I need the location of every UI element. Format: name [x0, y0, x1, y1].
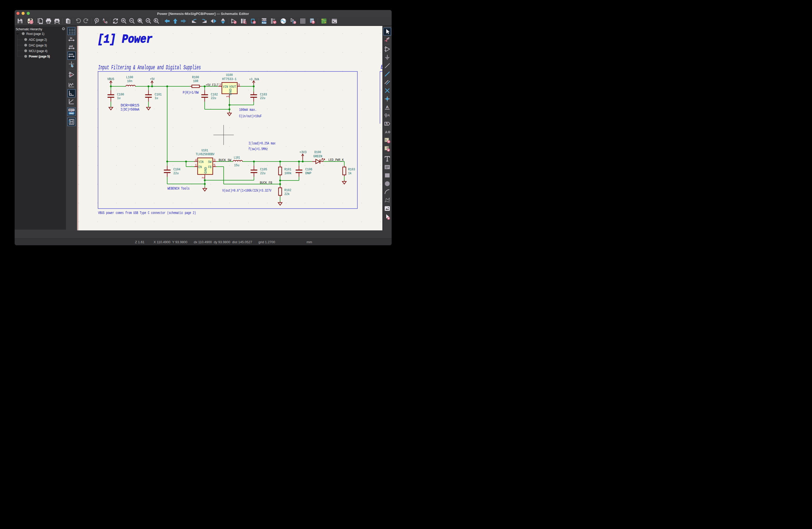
svg-text:I(load)=0.25A max: I(load)=0.25A max: [249, 141, 276, 145]
svg-text:SW: SW: [208, 160, 212, 164]
svg-text:A: A: [386, 105, 389, 109]
svg-text:1k: 1k: [348, 171, 352, 175]
svg-text:C100: C100: [117, 92, 124, 96]
svg-text:22u: 22u: [260, 96, 265, 100]
svg-text:mil: mil: [69, 45, 73, 48]
svg-text:mm: mm: [69, 53, 73, 56]
svg-text:22u: 22u: [211, 96, 216, 100]
svg-text:R102: R102: [284, 188, 291, 192]
svg-text:1: 1: [195, 163, 197, 167]
svg-text:R100: R100: [192, 75, 199, 79]
svg-text:10R: 10R: [193, 79, 198, 83]
svg-text:VOUT: VOUT: [229, 85, 236, 89]
svg-text:C103: C103: [260, 92, 267, 96]
svg-text:A: A: [96, 19, 98, 22]
svg-text:DCR=0R15: DCR=0R15: [121, 103, 139, 107]
svg-text:L101: L101: [234, 156, 240, 160]
svg-text:C106: C106: [305, 167, 313, 171]
svg-text:DAC (page 3): DAC (page 3): [29, 44, 47, 47]
svg-text:GND: GND: [204, 167, 208, 174]
svg-text:R101: R101: [284, 167, 291, 171]
svg-text:R103: R103: [348, 167, 355, 171]
svg-text:VIN: VIN: [198, 160, 204, 164]
svg-text:Root (page 1): Root (page 1): [26, 32, 44, 36]
svg-text:DNP: DNP: [305, 171, 311, 175]
svg-text:22u: 22u: [173, 171, 179, 175]
svg-text:A: A: [103, 18, 105, 21]
svg-text:GND: GND: [229, 89, 233, 95]
svg-text:P(R)>1/8W: P(R)>1/8W: [183, 90, 199, 94]
svg-text:3: 3: [238, 83, 240, 87]
svg-text:L100: L100: [126, 75, 133, 79]
svg-text:V(out)=0.6*(1+100k/22k)=3.327V: V(out)=0.6*(1+100k/22k)=3.327V: [222, 188, 272, 192]
svg-text:MCU (page 4): MCU (page 4): [29, 49, 47, 53]
svg-text:R42: R42: [262, 21, 266, 24]
svg-text:BUCK_SW: BUCK_SW: [219, 158, 231, 162]
svg-text:15u: 15u: [234, 163, 240, 167]
svg-text:10n: 10n: [127, 79, 132, 83]
svg-text:[1] Power: [1] Power: [98, 33, 153, 46]
svg-text:+3V3: +3V3: [300, 150, 307, 154]
svg-text:A: A: [385, 130, 388, 134]
svg-text:R??: R??: [69, 109, 74, 111]
svg-text:Input Filtering & Analogue and: Input Filtering & Analogue and Digital S…: [98, 64, 201, 71]
svg-text:C(in/out)>10uF: C(in/out)>10uF: [239, 114, 262, 118]
svg-text:+5V_FILT: +5V_FILT: [206, 83, 219, 87]
svg-text:U100: U100: [226, 73, 233, 77]
svg-text:D100: D100: [314, 150, 321, 154]
svg-text:C104: C104: [173, 167, 181, 171]
svg-text:TLV62569DBV: TLV62569DBV: [196, 152, 215, 156]
svg-text:3: 3: [214, 158, 216, 162]
svg-text:VBUS: VBUS: [107, 77, 114, 81]
svg-text:bom: bom: [310, 19, 314, 20]
svg-text:22u: 22u: [260, 171, 266, 175]
svg-text:VBUS power comes from USB Type: VBUS power comes from USB Type C connect…: [98, 211, 196, 215]
svg-text:+3.3VA: +3.3VA: [249, 77, 259, 81]
svg-text:EN: EN: [198, 165, 202, 169]
svg-text:HT7533-1: HT7533-1: [222, 77, 237, 81]
svg-text:100mA max.: 100mA max.: [239, 107, 257, 112]
svg-text:WEBENCH Tools: WEBENCH Tools: [168, 187, 190, 191]
svg-text:4: 4: [195, 158, 197, 162]
svg-text:B: B: [105, 21, 107, 24]
svg-text:100k: 100k: [284, 171, 292, 175]
svg-text:LED_PWR_K: LED_PWR_K: [329, 158, 344, 162]
svg-text:Power (page 5): Power (page 5): [29, 55, 50, 58]
svg-text:f(sw)=1.5MHz: f(sw)=1.5MHz: [248, 147, 268, 151]
svg-text:R42: R42: [69, 112, 74, 115]
svg-text:A: A: [386, 122, 388, 126]
svg-text:FB: FB: [208, 165, 212, 169]
svg-text:2: 2: [219, 83, 221, 87]
svg-text:C101: C101: [155, 92, 162, 96]
svg-text:1u: 1u: [155, 96, 158, 100]
svg-text:GREEN: GREEN: [313, 154, 322, 158]
svg-text:in: in: [70, 37, 72, 40]
svg-text:ADC (page 2): ADC (page 2): [29, 38, 47, 42]
svg-text:22k: 22k: [284, 192, 290, 196]
svg-text:C102: C102: [211, 92, 218, 96]
svg-text:R??: R??: [262, 18, 266, 21]
svg-text:5: 5: [214, 163, 216, 167]
svg-text:1u: 1u: [117, 96, 121, 100]
svg-text:B: B: [381, 64, 382, 71]
svg-text:I(DC)=500mA: I(DC)=500mA: [121, 107, 140, 112]
svg-text:1: 1: [226, 95, 230, 98]
svg-text:+5V: +5V: [150, 77, 155, 81]
svg-text:BUCK_FB: BUCK_FB: [260, 181, 272, 185]
svg-text:U101: U101: [201, 148, 208, 152]
svg-text:2: 2: [201, 177, 205, 179]
svg-text:C105: C105: [260, 167, 267, 171]
svg-text:VIN: VIN: [223, 85, 228, 89]
svg-text:A: A: [387, 113, 390, 117]
